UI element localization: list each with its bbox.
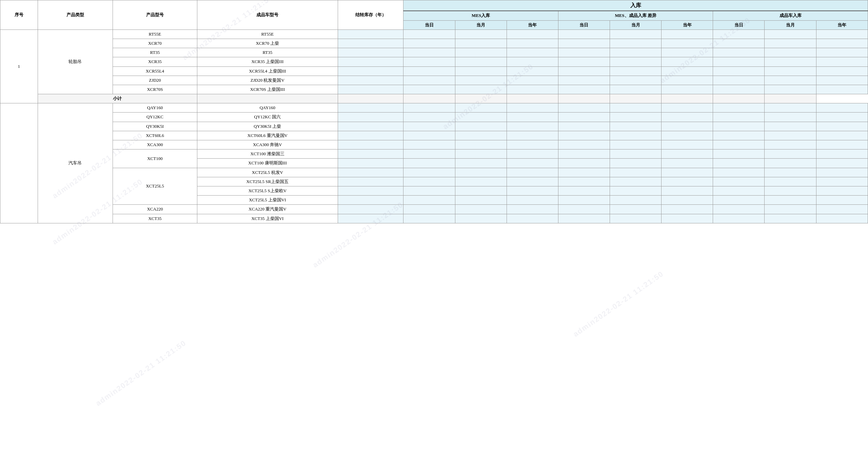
cell-car-rt35: RT35 bbox=[197, 48, 338, 57]
cell-model-xca300: XCA300 bbox=[113, 140, 197, 149]
cell-d3 bbox=[507, 29, 558, 39]
cell-car-xct25l5-1: XCT25L5 杭发V bbox=[197, 168, 338, 177]
cell-model-xct25l5: XCT25L5 bbox=[113, 168, 197, 205]
header-seq: 序号 bbox=[0, 0, 38, 30]
table-row: XCR35 XCR35 上柴国III bbox=[0, 57, 868, 66]
cell-car-xct35: XCT35 上柴国VI bbox=[197, 214, 338, 223]
cell-model-zjd20: ZJD20 bbox=[113, 76, 197, 85]
header-type: 产品类型 bbox=[38, 0, 113, 30]
table-row: 1 轮胎吊 RT55E RT55E bbox=[0, 29, 868, 39]
table-row: QY12KC QY12KC 国六 bbox=[0, 113, 868, 122]
header-car: 成品车型号 bbox=[197, 0, 338, 30]
table-row: QY30K5I QY30K5I 上柴 bbox=[0, 122, 868, 131]
header-fin-month: 当月 bbox=[765, 20, 816, 29]
cell-car-xcr35: XCR35 上柴国III bbox=[197, 57, 338, 66]
cell-subtotal-label: 小计 bbox=[38, 94, 197, 103]
cell-model-qay160: QAY160 bbox=[113, 103, 197, 113]
cell-car-zjd20: ZJD20 杭发曼国V bbox=[197, 76, 338, 85]
table-row: XCT60L6 XCT60L6 重汽曼国V bbox=[0, 131, 868, 140]
header-mes-month: 当月 bbox=[455, 20, 507, 29]
header-mes-day: 当日 bbox=[403, 20, 455, 29]
cell-stock-rt55e bbox=[338, 29, 403, 39]
header-finished: 成品车入库 bbox=[713, 11, 868, 20]
header-mes: MES入库 bbox=[403, 11, 558, 20]
main-table: 序号 产品类型 产品型号 成品车型号 结转库存（年） 入库 MES入库 MES、… bbox=[0, 0, 868, 223]
cell-model-xcr70s: XCR70S bbox=[113, 85, 197, 94]
cell-seq-2 bbox=[0, 103, 38, 223]
header-stock: 结转库存（年） bbox=[338, 0, 403, 30]
header-diff-day: 当日 bbox=[558, 20, 610, 29]
cell-car-xct100-1: XCT100 潍柴国三 bbox=[197, 149, 338, 159]
table-row: RT35 RT35 bbox=[0, 48, 868, 57]
cell-model-xct35: XCT35 bbox=[113, 214, 197, 223]
cell-model-xct60l6: XCT60L6 bbox=[113, 131, 197, 140]
cell-car-xct100-2: XCT100 康明斯国III bbox=[197, 159, 338, 168]
cell-d9 bbox=[816, 29, 868, 39]
cell-type-2: 汽车吊 bbox=[38, 103, 113, 223]
table-row: XCT25L5 XCT25L5 杭发V bbox=[0, 168, 868, 177]
cell-car-qay160: QAY160 bbox=[197, 103, 338, 113]
table-wrapper: admin2022-02-21 11:21:50 admin2022-02-21… bbox=[0, 0, 868, 223]
cell-model-xca220: XCA220 bbox=[113, 205, 197, 214]
table-row: XCT100 XCT100 潍柴国三 bbox=[0, 149, 868, 159]
cell-d6 bbox=[662, 29, 713, 39]
cell-car-xct25l5-3: XCT25L5 S上柴欧V bbox=[197, 186, 338, 195]
table-row: XCR70 XCR70 上柴 bbox=[0, 39, 868, 48]
cell-model-qy30k5i: QY30K5I bbox=[113, 122, 197, 131]
cell-model-xct100: XCT100 bbox=[113, 149, 197, 168]
cell-car-rt55e: RT55E bbox=[197, 29, 338, 39]
cell-model-rt35: RT35 bbox=[113, 48, 197, 57]
cell-car-qy30k5i: QY30K5I 上柴 bbox=[197, 122, 338, 131]
cell-model-rt55e: RT55E bbox=[113, 29, 197, 39]
header-inbound: 入库 bbox=[403, 0, 868, 11]
cell-d4 bbox=[558, 29, 610, 39]
cell-type-1: 轮胎吊 bbox=[38, 29, 113, 94]
cell-d7 bbox=[713, 29, 765, 39]
table-row: XCR55L4 XCR55L4 上柴国III bbox=[0, 66, 868, 76]
header-mes-year: 当年 bbox=[507, 20, 558, 29]
cell-d2 bbox=[455, 29, 507, 39]
table-row: XCR70S XCR70S 上柴国III bbox=[0, 85, 868, 94]
header-fin-day: 当日 bbox=[713, 20, 765, 29]
cell-model-qy12kc: QY12KC bbox=[113, 113, 197, 122]
cell-model-xcr55l4: XCR55L4 bbox=[113, 66, 197, 76]
cell-d8 bbox=[765, 29, 816, 39]
cell-car-xct25l5-2: XCT25L5 SR上柴国五 bbox=[197, 177, 338, 186]
cell-car-xct60l6: XCT60L6 重汽曼国V bbox=[197, 131, 338, 140]
table-row: XCT35 XCT35 上柴国VI bbox=[0, 214, 868, 223]
table-row: XCA220 XCA220 重汽曼国V bbox=[0, 205, 868, 214]
cell-car-xct25l5-4: XCT25L5 上柴国VI bbox=[197, 196, 338, 205]
table-row: XCA300 XCA300 奔驰V bbox=[0, 140, 868, 149]
table-row: ZJD20 ZJD20 杭发曼国V bbox=[0, 76, 868, 85]
header-model: 产品型号 bbox=[113, 0, 197, 30]
cell-d5 bbox=[610, 29, 662, 39]
header-diff-year: 当年 bbox=[662, 20, 713, 29]
cell-model-xcr35: XCR35 bbox=[113, 57, 197, 66]
header-fin-year: 当年 bbox=[816, 20, 868, 29]
cell-car-xca300: XCA300 奔驰V bbox=[197, 140, 338, 149]
subtotal-row-1: 小计 bbox=[0, 94, 868, 103]
header-diff: MES、成品入库 差异 bbox=[558, 11, 713, 20]
table-row: 汽车吊 QAY160 QAY160 bbox=[0, 103, 868, 113]
cell-car-qy12kc: QY12KC 国六 bbox=[197, 113, 338, 122]
cell-d1 bbox=[403, 29, 455, 39]
cell-car-xcr55l4: XCR55L4 上柴国III bbox=[197, 66, 338, 76]
cell-car-xcr70: XCR70 上柴 bbox=[197, 39, 338, 48]
cell-model-xcr70: XCR70 bbox=[113, 39, 197, 48]
cell-car-xca220: XCA220 重汽曼国V bbox=[197, 205, 338, 214]
header-diff-month: 当月 bbox=[610, 20, 662, 29]
cell-seq-1: 1 bbox=[0, 29, 38, 103]
cell-car-xcr70s: XCR70S 上柴国III bbox=[197, 85, 338, 94]
